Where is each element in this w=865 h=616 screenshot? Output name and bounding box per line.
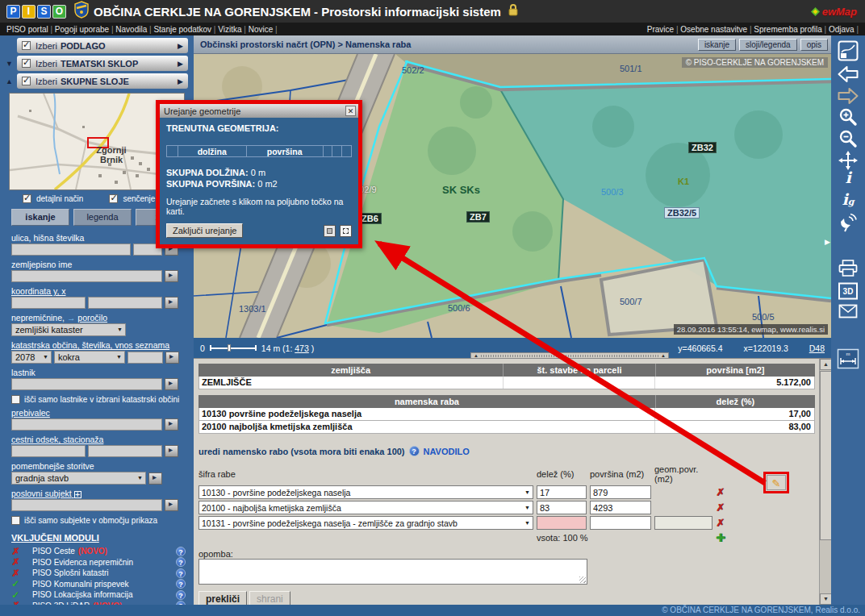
- storitve-select[interactable]: gradnja stavb: [11, 472, 146, 485]
- module-help-button[interactable]: ?: [176, 568, 186, 578]
- print-icon[interactable]: [838, 260, 859, 281]
- menu-link[interactable]: Novice: [249, 25, 278, 34]
- datum-link[interactable]: D48: [809, 343, 825, 353]
- piso-logo-p[interactable]: P: [6, 5, 20, 19]
- menu-link[interactable]: PISO portal: [6, 25, 55, 34]
- podlago-checkbox[interactable]: [22, 41, 31, 50]
- delez-input-1[interactable]: 17: [537, 485, 587, 499]
- accordion-collapsed-icon[interactable]: ▲: [6, 77, 17, 85]
- ko-ime-select[interactable]: kokra: [54, 351, 125, 364]
- module-help-button[interactable]: ?: [176, 590, 186, 600]
- porocilo-link[interactable]: poročilo: [77, 313, 107, 323]
- cestni-odsek-input[interactable]: [11, 445, 86, 457]
- prebivalec-label[interactable]: prebivalec: [11, 408, 184, 418]
- module-help-button[interactable]: ?: [176, 557, 186, 567]
- zoom-out-icon[interactable]: [838, 129, 858, 152]
- panel-collapse-handle[interactable]: ▶: [825, 238, 830, 246]
- skupne-checkbox[interactable]: [22, 77, 31, 85]
- parcela-input[interactable]: [127, 352, 163, 364]
- measure-icon[interactable]: m: [837, 348, 859, 373]
- scale-slider[interactable]: [210, 344, 257, 352]
- koordinata-label[interactable]: koordinata y, x: [11, 286, 184, 296]
- delete-row-icon[interactable]: ✗: [716, 517, 733, 529]
- subjekt-filter-checkbox[interactable]: [11, 516, 20, 525]
- scale-slider-handle[interactable]: [228, 344, 231, 352]
- dialog-titlebar[interactable]: Urejanje geometrije ✕: [160, 104, 358, 118]
- sifra-select-1[interactable]: 10130 - površine podeželjskega naselja: [198, 485, 533, 499]
- opomba-textarea[interactable]: [198, 559, 587, 585]
- geom-povrsina-input-3[interactable]: [654, 516, 712, 530]
- expand-icon[interactable]: +: [74, 491, 81, 498]
- menu-link[interactable]: Sprememba profila: [754, 25, 829, 34]
- tab-legenda[interactable]: legenda: [73, 209, 132, 226]
- lastnik-filter-checkbox[interactable]: [11, 395, 20, 404]
- povrsina-input-2[interactable]: 4293: [590, 501, 651, 514]
- lastnik-input[interactable]: [11, 378, 162, 390]
- zemljepisno-input[interactable]: [11, 270, 162, 282]
- panel-splitter[interactable]: ▲▲: [470, 352, 669, 359]
- lastnik-go-button[interactable]: [165, 378, 178, 390]
- piso-logo-o[interactable]: O: [52, 5, 66, 19]
- accordion-expanded-icon[interactable]: ▼: [6, 60, 17, 68]
- finish-editing-button[interactable]: Zaključi urejanje: [166, 223, 243, 238]
- mail-icon[interactable]: [838, 304, 858, 322]
- scale-value-link[interactable]: 473: [295, 343, 309, 353]
- menu-link[interactable]: Vizitka: [218, 25, 248, 34]
- accordion-skupne-sloje[interactable]: IzberiSKUPNE SLOJE ▶: [17, 73, 188, 89]
- delez-input-2[interactable]: 83: [537, 501, 587, 514]
- ko-sifra-select[interactable]: 2078: [11, 351, 52, 364]
- storitve-go-button[interactable]: [148, 472, 162, 485]
- iskanje-button[interactable]: iskanje: [698, 39, 736, 51]
- close-icon[interactable]: ✕: [345, 106, 356, 116]
- chevron-right-icon[interactable]: ▶: [178, 77, 183, 85]
- back-arrow-icon[interactable]: [838, 65, 859, 86]
- vertices-tool-icon[interactable]: [340, 225, 352, 237]
- poslovni-go-button[interactable]: [165, 499, 178, 511]
- tematski-checkbox[interactable]: [22, 59, 31, 68]
- zemljepisno-go-button[interactable]: [165, 270, 178, 282]
- zoom-in-icon[interactable]: [838, 107, 858, 130]
- sifra-select-2[interactable]: 20100 - najboljša kmetijska zemljišča: [198, 501, 533, 514]
- sifra-select-3[interactable]: 10131 - površine podeželjskega naselja -…: [198, 516, 533, 530]
- katastrska-label[interactable]: katastrska občina, številka, vnos seznam…: [11, 340, 184, 350]
- scrollbar-thumb[interactable]: [820, 371, 832, 540]
- chevron-right-icon[interactable]: ▶: [178, 42, 183, 50]
- delete-row-icon[interactable]: ✗: [716, 502, 733, 514]
- tab-iskanje[interactable]: iskanje: [11, 209, 69, 226]
- add-row-icon[interactable]: ✚: [716, 531, 733, 544]
- 3d-view-icon[interactable]: 3D: [838, 282, 859, 303]
- forward-arrow-icon[interactable]: [838, 87, 859, 108]
- navodilo-link[interactable]: NAVODILO: [424, 447, 470, 456]
- menu-link[interactable]: Stanje podatkov: [153, 25, 218, 34]
- piso-logo-s[interactable]: S: [37, 5, 51, 19]
- sloji-legenda-button[interactable]: sloji/legenda: [739, 39, 797, 51]
- scroll-up-icon[interactable]: ▲: [820, 359, 832, 370]
- menu-link[interactable]: Pogoji uporabe: [55, 25, 115, 34]
- edit-geometry-pencil-icon[interactable]: [767, 475, 786, 490]
- ulica-input[interactable]: [11, 243, 131, 256]
- detajlni-checkbox[interactable]: [23, 194, 31, 203]
- module-help-button[interactable]: ?: [176, 579, 186, 589]
- accordion-podlago[interactable]: IzberiPODLAGO ▶: [17, 38, 188, 53]
- stacionaza-input[interactable]: [88, 445, 162, 457]
- menu-link[interactable]: Osebne nastavitve: [680, 25, 754, 34]
- povrsina-input-1[interactable]: 879: [590, 485, 651, 499]
- delez-input-3[interactable]: [537, 516, 587, 530]
- chevron-right-icon[interactable]: ▶: [178, 60, 183, 68]
- poslovni-label[interactable]: poslovni subjekt +: [11, 489, 184, 498]
- info-group-icon[interactable]: ig: [842, 190, 855, 208]
- cestni-label[interactable]: cestni odsek, stacionaža: [11, 435, 184, 444]
- module-help-button[interactable]: ?: [176, 547, 186, 556]
- menu-link[interactable]: Pravice: [647, 25, 681, 34]
- koordinata-go-button[interactable]: [165, 297, 178, 309]
- parcela-go-button[interactable]: [165, 352, 179, 364]
- delete-row-icon[interactable]: ✗: [716, 486, 733, 498]
- accordion-tematski-sklop[interactable]: IzberiTEMATSKI SKLOP ▶: [17, 56, 188, 71]
- polygon-tool-icon[interactable]: [324, 225, 336, 237]
- prebivalec-input[interactable]: [11, 418, 162, 431]
- nepremicnine-select[interactable]: zemljiški kataster: [11, 323, 126, 336]
- cestni-go-button[interactable]: [165, 445, 178, 457]
- piso-logo-i[interactable]: I: [22, 5, 36, 19]
- info-icon[interactable]: i: [845, 169, 850, 186]
- scroll-down-icon[interactable]: ▼: [820, 593, 832, 605]
